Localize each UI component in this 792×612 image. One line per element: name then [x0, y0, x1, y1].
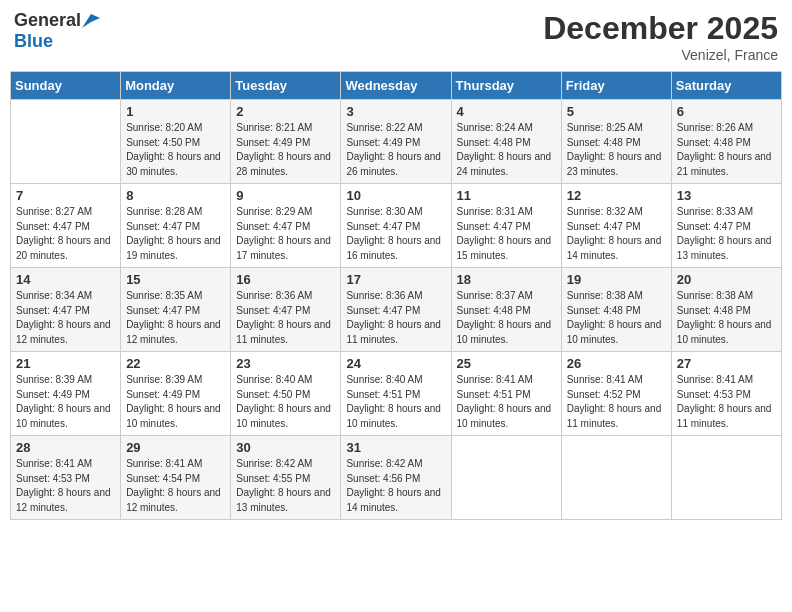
- cell-info: Sunrise: 8:32 AMSunset: 4:47 PMDaylight:…: [567, 206, 662, 261]
- day-number: 15: [126, 272, 225, 287]
- calendar-cell: 27 Sunrise: 8:41 AMSunset: 4:53 PMDaylig…: [671, 352, 781, 436]
- calendar-cell: 4 Sunrise: 8:24 AMSunset: 4:48 PMDayligh…: [451, 100, 561, 184]
- day-number: 29: [126, 440, 225, 455]
- day-number: 30: [236, 440, 335, 455]
- logo-blue: Blue: [14, 31, 53, 52]
- logo: General Blue: [14, 10, 100, 52]
- day-number: 16: [236, 272, 335, 287]
- calendar-cell: 17 Sunrise: 8:36 AMSunset: 4:47 PMDaylig…: [341, 268, 451, 352]
- calendar-cell: 8 Sunrise: 8:28 AMSunset: 4:47 PMDayligh…: [121, 184, 231, 268]
- cell-info: Sunrise: 8:37 AMSunset: 4:48 PMDaylight:…: [457, 290, 552, 345]
- cell-info: Sunrise: 8:25 AMSunset: 4:48 PMDaylight:…: [567, 122, 662, 177]
- day-number: 3: [346, 104, 445, 119]
- day-number: 5: [567, 104, 666, 119]
- day-number: 2: [236, 104, 335, 119]
- cell-info: Sunrise: 8:36 AMSunset: 4:47 PMDaylight:…: [346, 290, 441, 345]
- cell-info: Sunrise: 8:41 AMSunset: 4:52 PMDaylight:…: [567, 374, 662, 429]
- cell-info: Sunrise: 8:33 AMSunset: 4:47 PMDaylight:…: [677, 206, 772, 261]
- day-number: 27: [677, 356, 776, 371]
- calendar-cell: 24 Sunrise: 8:40 AMSunset: 4:51 PMDaylig…: [341, 352, 451, 436]
- location: Venizel, France: [543, 47, 778, 63]
- weekday-header-row: SundayMondayTuesdayWednesdayThursdayFrid…: [11, 72, 782, 100]
- cell-info: Sunrise: 8:41 AMSunset: 4:54 PMDaylight:…: [126, 458, 221, 513]
- calendar-week-3: 14 Sunrise: 8:34 AMSunset: 4:47 PMDaylig…: [11, 268, 782, 352]
- logo-bird-icon: [82, 14, 100, 30]
- calendar-cell: 19 Sunrise: 8:38 AMSunset: 4:48 PMDaylig…: [561, 268, 671, 352]
- calendar-cell: 5 Sunrise: 8:25 AMSunset: 4:48 PMDayligh…: [561, 100, 671, 184]
- weekday-header-wednesday: Wednesday: [341, 72, 451, 100]
- calendar-cell: 18 Sunrise: 8:37 AMSunset: 4:48 PMDaylig…: [451, 268, 561, 352]
- weekday-header-saturday: Saturday: [671, 72, 781, 100]
- cell-info: Sunrise: 8:22 AMSunset: 4:49 PMDaylight:…: [346, 122, 441, 177]
- calendar-week-1: 1 Sunrise: 8:20 AMSunset: 4:50 PMDayligh…: [11, 100, 782, 184]
- cell-info: Sunrise: 8:40 AMSunset: 4:51 PMDaylight:…: [346, 374, 441, 429]
- weekday-header-tuesday: Tuesday: [231, 72, 341, 100]
- weekday-header-friday: Friday: [561, 72, 671, 100]
- calendar-cell: 25 Sunrise: 8:41 AMSunset: 4:51 PMDaylig…: [451, 352, 561, 436]
- calendar-cell: 28 Sunrise: 8:41 AMSunset: 4:53 PMDaylig…: [11, 436, 121, 520]
- calendar-cell: 6 Sunrise: 8:26 AMSunset: 4:48 PMDayligh…: [671, 100, 781, 184]
- day-number: 17: [346, 272, 445, 287]
- cell-info: Sunrise: 8:31 AMSunset: 4:47 PMDaylight:…: [457, 206, 552, 261]
- cell-info: Sunrise: 8:26 AMSunset: 4:48 PMDaylight:…: [677, 122, 772, 177]
- day-number: 10: [346, 188, 445, 203]
- day-number: 28: [16, 440, 115, 455]
- day-number: 31: [346, 440, 445, 455]
- calendar-cell: 21 Sunrise: 8:39 AMSunset: 4:49 PMDaylig…: [11, 352, 121, 436]
- calendar-cell: [11, 100, 121, 184]
- day-number: 26: [567, 356, 666, 371]
- calendar-cell: 13 Sunrise: 8:33 AMSunset: 4:47 PMDaylig…: [671, 184, 781, 268]
- day-number: 1: [126, 104, 225, 119]
- day-number: 12: [567, 188, 666, 203]
- day-number: 8: [126, 188, 225, 203]
- day-number: 7: [16, 188, 115, 203]
- cell-info: Sunrise: 8:29 AMSunset: 4:47 PMDaylight:…: [236, 206, 331, 261]
- day-number: 24: [346, 356, 445, 371]
- day-number: 22: [126, 356, 225, 371]
- cell-info: Sunrise: 8:30 AMSunset: 4:47 PMDaylight:…: [346, 206, 441, 261]
- day-number: 19: [567, 272, 666, 287]
- weekday-header-monday: Monday: [121, 72, 231, 100]
- cell-info: Sunrise: 8:36 AMSunset: 4:47 PMDaylight:…: [236, 290, 331, 345]
- day-number: 11: [457, 188, 556, 203]
- weekday-header-thursday: Thursday: [451, 72, 561, 100]
- day-number: 13: [677, 188, 776, 203]
- cell-info: Sunrise: 8:39 AMSunset: 4:49 PMDaylight:…: [16, 374, 111, 429]
- cell-info: Sunrise: 8:40 AMSunset: 4:50 PMDaylight:…: [236, 374, 331, 429]
- day-number: 20: [677, 272, 776, 287]
- month-title: December 2025: [543, 10, 778, 47]
- cell-info: Sunrise: 8:38 AMSunset: 4:48 PMDaylight:…: [677, 290, 772, 345]
- day-number: 18: [457, 272, 556, 287]
- calendar-cell: [561, 436, 671, 520]
- calendar-cell: 3 Sunrise: 8:22 AMSunset: 4:49 PMDayligh…: [341, 100, 451, 184]
- day-number: 25: [457, 356, 556, 371]
- weekday-header-sunday: Sunday: [11, 72, 121, 100]
- calendar-cell: 2 Sunrise: 8:21 AMSunset: 4:49 PMDayligh…: [231, 100, 341, 184]
- cell-info: Sunrise: 8:35 AMSunset: 4:47 PMDaylight:…: [126, 290, 221, 345]
- cell-info: Sunrise: 8:24 AMSunset: 4:48 PMDaylight:…: [457, 122, 552, 177]
- cell-info: Sunrise: 8:28 AMSunset: 4:47 PMDaylight:…: [126, 206, 221, 261]
- day-number: 9: [236, 188, 335, 203]
- cell-info: Sunrise: 8:39 AMSunset: 4:49 PMDaylight:…: [126, 374, 221, 429]
- cell-info: Sunrise: 8:27 AMSunset: 4:47 PMDaylight:…: [16, 206, 111, 261]
- cell-info: Sunrise: 8:41 AMSunset: 4:53 PMDaylight:…: [677, 374, 772, 429]
- calendar-cell: 23 Sunrise: 8:40 AMSunset: 4:50 PMDaylig…: [231, 352, 341, 436]
- calendar-cell: 30 Sunrise: 8:42 AMSunset: 4:55 PMDaylig…: [231, 436, 341, 520]
- calendar-cell: 10 Sunrise: 8:30 AMSunset: 4:47 PMDaylig…: [341, 184, 451, 268]
- day-number: 14: [16, 272, 115, 287]
- calendar-week-2: 7 Sunrise: 8:27 AMSunset: 4:47 PMDayligh…: [11, 184, 782, 268]
- cell-info: Sunrise: 8:41 AMSunset: 4:51 PMDaylight:…: [457, 374, 552, 429]
- calendar-cell: 22 Sunrise: 8:39 AMSunset: 4:49 PMDaylig…: [121, 352, 231, 436]
- calendar-cell: 31 Sunrise: 8:42 AMSunset: 4:56 PMDaylig…: [341, 436, 451, 520]
- cell-info: Sunrise: 8:38 AMSunset: 4:48 PMDaylight:…: [567, 290, 662, 345]
- calendar-cell: 12 Sunrise: 8:32 AMSunset: 4:47 PMDaylig…: [561, 184, 671, 268]
- calendar-cell: 7 Sunrise: 8:27 AMSunset: 4:47 PMDayligh…: [11, 184, 121, 268]
- calendar-cell: 20 Sunrise: 8:38 AMSunset: 4:48 PMDaylig…: [671, 268, 781, 352]
- calendar-cell: 9 Sunrise: 8:29 AMSunset: 4:47 PMDayligh…: [231, 184, 341, 268]
- logo-general: General: [14, 10, 81, 31]
- cell-info: Sunrise: 8:21 AMSunset: 4:49 PMDaylight:…: [236, 122, 331, 177]
- calendar-cell: 26 Sunrise: 8:41 AMSunset: 4:52 PMDaylig…: [561, 352, 671, 436]
- calendar-table: SundayMondayTuesdayWednesdayThursdayFrid…: [10, 71, 782, 520]
- day-number: 23: [236, 356, 335, 371]
- cell-info: Sunrise: 8:42 AMSunset: 4:55 PMDaylight:…: [236, 458, 331, 513]
